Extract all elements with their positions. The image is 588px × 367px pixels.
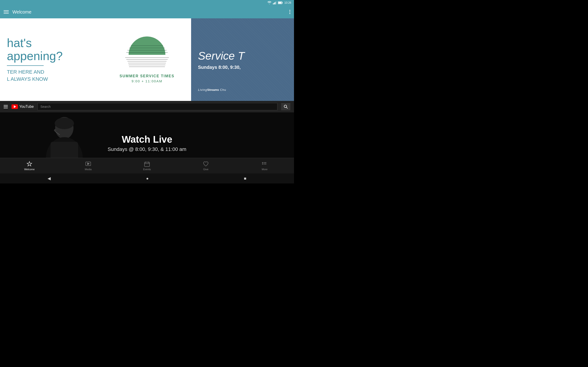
back-icon: ◀ xyxy=(48,176,51,181)
dot-2[interactable] xyxy=(144,96,146,98)
youtube-logo-text: YouTube xyxy=(19,105,34,109)
battery-icon xyxy=(278,1,283,4)
svg-point-37 xyxy=(262,162,263,163)
nav-label-media: Media xyxy=(85,168,92,171)
nav-label-more: More xyxy=(262,168,267,171)
system-nav-bar: ◀ ● ■ xyxy=(0,173,294,184)
svg-rect-0 xyxy=(273,3,274,4)
search-icon xyxy=(284,105,288,109)
give-heart-icon xyxy=(203,161,209,167)
nav-item-media[interactable]: Media xyxy=(59,161,118,171)
svg-point-35 xyxy=(264,164,265,165)
nav-label-events: Events xyxy=(143,168,151,171)
svg-marker-29 xyxy=(87,163,89,165)
slide3-logo: LivingStreams Chu xyxy=(198,88,226,92)
youtube-search-placeholder: Search xyxy=(40,105,51,108)
youtube-logo: YouTube xyxy=(11,104,34,109)
wifi-icon xyxy=(267,1,271,4)
summer-dome-graphic xyxy=(124,36,170,71)
watch-live-title: Watch Live xyxy=(122,134,172,145)
more-dots-icon xyxy=(262,161,268,167)
dot-3[interactable] xyxy=(148,96,150,98)
time-display: 10:26 xyxy=(284,1,291,4)
nav-item-more[interactable]: More xyxy=(235,161,294,171)
app-title: Welcome xyxy=(12,9,289,15)
summer-service-times: 9:00 + 11:00AM xyxy=(132,79,162,83)
svg-rect-2 xyxy=(275,2,275,4)
recents-icon: ■ xyxy=(244,176,246,181)
slide3-subtitle: Sundays 8:00, 9:30, xyxy=(198,65,287,70)
watch-live-subtitle: Sundays @ 8:00, 9:30, & 11:00 am xyxy=(108,146,187,152)
signal-icon xyxy=(273,1,277,4)
dot-4[interactable] xyxy=(152,96,154,98)
more-options-button[interactable] xyxy=(289,10,290,14)
svg-rect-6 xyxy=(278,2,281,4)
svg-point-36 xyxy=(265,164,266,165)
home-icon: ● xyxy=(146,176,149,181)
status-bar: 10:26 xyxy=(0,0,294,6)
events-calendar-icon xyxy=(144,161,150,167)
carousel-dots xyxy=(140,96,154,98)
youtube-play-icon xyxy=(14,105,16,108)
nav-item-give[interactable]: Give xyxy=(176,161,235,171)
app-bar: Welcome xyxy=(0,6,294,18)
slide-service-times[interactable]: Service T Sundays 8:00, 9:30, LivingStre… xyxy=(191,18,294,101)
svg-point-34 xyxy=(262,164,263,165)
youtube-menu-button[interactable] xyxy=(4,105,8,108)
youtube-search-bar[interactable]: Search xyxy=(37,103,277,110)
nav-label-give: Give xyxy=(203,168,208,171)
svg-point-19 xyxy=(284,105,287,108)
svg-rect-1 xyxy=(274,3,275,4)
svg-rect-5 xyxy=(282,2,283,3)
bottom-nav: Welcome Media Events Give xyxy=(0,158,294,173)
slide3-title: Service T xyxy=(198,49,287,63)
svg-point-7 xyxy=(129,36,165,71)
home-button[interactable]: ● xyxy=(146,176,149,181)
back-button[interactable]: ◀ xyxy=(48,176,51,181)
youtube-logo-icon xyxy=(11,104,18,109)
svg-rect-3 xyxy=(276,1,276,4)
media-play-icon xyxy=(85,161,91,167)
summer-service-title: SUMMER SERVICE TIMES xyxy=(120,74,174,78)
recents-button[interactable]: ■ xyxy=(244,176,246,181)
nav-item-events[interactable]: Events xyxy=(118,161,176,171)
slide1-divider xyxy=(7,65,44,66)
youtube-bar: YouTube Search xyxy=(0,101,294,112)
dot-1[interactable] xyxy=(140,96,142,98)
svg-point-38 xyxy=(264,162,265,163)
youtube-search-button[interactable] xyxy=(281,103,290,110)
hamburger-menu-button[interactable] xyxy=(4,10,9,14)
svg-rect-30 xyxy=(145,162,149,167)
nav-item-welcome[interactable]: Welcome xyxy=(0,161,59,171)
carousel: hat'sappening? TER HERE ANDL ALWAYS KNOW xyxy=(0,18,294,101)
nav-label-welcome: Welcome xyxy=(24,168,35,171)
svg-point-39 xyxy=(265,162,266,163)
svg-marker-27 xyxy=(27,161,32,166)
welcome-star-icon xyxy=(26,161,32,167)
svg-line-20 xyxy=(286,107,288,108)
